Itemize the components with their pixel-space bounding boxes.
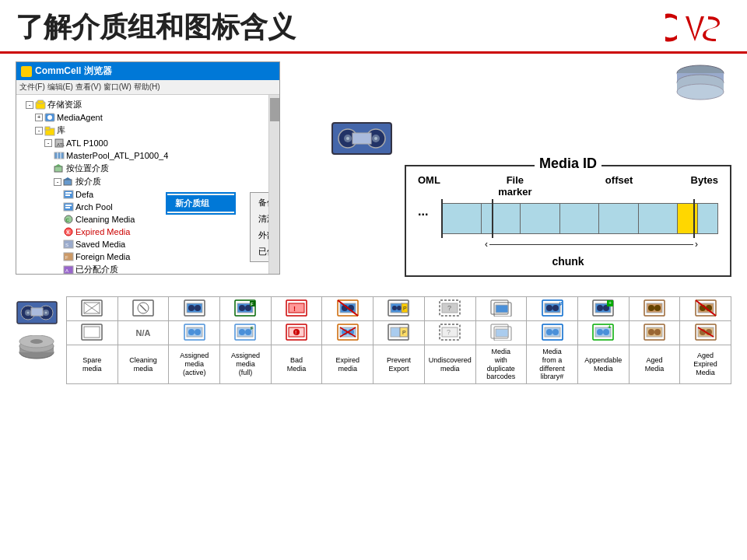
svg-point-157 [648, 329, 654, 335]
media-type-icon [63, 189, 74, 200]
tree-item[interactable]: - ATL ATL P1000 [44, 137, 265, 149]
tree-label: Cleaning Media [75, 215, 135, 224]
cleaning-icon: C [63, 214, 74, 225]
context-menu[interactable]: 新介质组 [166, 192, 236, 215]
icon-cell-appendable-2: + [577, 321, 629, 345]
svg-rect-94 [496, 305, 508, 313]
svg-rect-12 [54, 166, 62, 172]
media-id-diagram: Media ID OML Filemarker offset Bytes ... [405, 165, 731, 277]
icon-cell-diff-lib-2 [527, 321, 578, 345]
expand-icon[interactable]: - [26, 101, 33, 109]
browser-toolbar: 文件(F) 编辑(E) 查看(V) 窗口(W) 帮助(H) [16, 80, 279, 95]
svg-rect-17 [65, 192, 72, 194]
tree-label: MasterPool_ATL_P1000_4 [66, 151, 168, 160]
browser-body: - 存储资源 + MediaAgent - [16, 95, 279, 274]
icon-cell-spare-2 [67, 321, 118, 345]
tape-icon-row1 [16, 300, 58, 331]
svg-text:X: X [66, 229, 70, 235]
tree-item[interactable]: - 按介质 [54, 175, 265, 188]
icon-cell-aged-exp-2 [680, 321, 731, 345]
icon-cell-aged-expired [680, 297, 731, 321]
label-expired: Expiredmedia [322, 345, 374, 384]
label-diff-library: Mediafrom adifferentlibrary# [527, 345, 578, 384]
svg-text:!: ! [293, 305, 296, 313]
tree-item-cleaning[interactable]: C Cleaning Media [63, 213, 265, 226]
svg-point-71 [239, 305, 245, 311]
icon-cell-expired [322, 297, 374, 321]
atl-icon: ATL [54, 138, 65, 149]
svg-text:C: C [66, 218, 70, 222]
svg-text:ATL: ATL [57, 142, 65, 147]
label-undiscovered: Undiscoveredmedia [424, 345, 475, 384]
tree-label: 已分配介质 [75, 264, 118, 274]
expand-icon[interactable]: - [54, 178, 61, 186]
chunk-label: chunk [414, 255, 722, 268]
label-appendable: AppendableMedia [577, 345, 629, 384]
label-cleaning: Cleaningmedia [117, 345, 169, 384]
tree-item-saved[interactable]: S Saved Media [63, 238, 265, 250]
page-title: 了解介质组和图标含义 [16, 9, 296, 47]
svg-point-4 [47, 115, 52, 120]
svg-rect-2 [37, 100, 44, 103]
media-id-label: Media ID [535, 156, 601, 172]
right-menu-item-4[interactable]: 已保存的介质组 [251, 243, 268, 260]
saved-icon: S [63, 239, 74, 250]
diagram-labels-row: OML Filemarker offset Bytes [414, 174, 722, 199]
right-menu-item-2[interactable]: 清洁介质组 [251, 211, 268, 227]
scrollbar[interactable] [268, 95, 279, 274]
right-menu: 备件介质组 清洁介质组 外部介质组 已保存的介质组 [250, 192, 268, 262]
page-header: 了解介质组和图标含义 [0, 0, 747, 54]
svg-text:P: P [403, 306, 407, 311]
tree-item-foreign[interactable]: F Foreign Media [63, 250, 265, 263]
media-group-icon [63, 177, 74, 187]
context-menu-item[interactable]: 新介质组 [167, 195, 234, 212]
svg-point-68 [195, 305, 201, 311]
expand-icon[interactable]: - [44, 139, 52, 147]
icon-cell-prevent-2: P [374, 321, 425, 345]
svg-text:A: A [65, 268, 68, 273]
svg-point-40 [346, 137, 349, 140]
toolbar-menu: 文件(F) 编辑(E) 查看(V) 窗口(W) 帮助(H) [19, 82, 160, 91]
label-duplicate: Mediawithduplicatebarcodes [475, 345, 527, 384]
chunk-cell [521, 203, 560, 234]
icon-table: F ! [66, 296, 731, 384]
icon-row-labels: Sparemedia Cleaningmedia Assignedmedia(a… [67, 345, 731, 384]
tree-label: 按位置介质 [66, 163, 109, 174]
expand-icon[interactable]: + [35, 114, 43, 121]
svg-text:F: F [65, 255, 68, 260]
tree-item[interactable]: - 存储资源 [26, 98, 265, 111]
chunk-bar-area: ... [418, 199, 718, 238]
tree-item-assigned[interactable]: A 已分配介质 [63, 263, 265, 274]
svg-rect-18 [65, 194, 70, 196]
svg-point-148 [546, 329, 552, 335]
offset-area: ‹ › [441, 238, 718, 254]
svg-point-57 [30, 339, 43, 344]
icon-cell-aged [629, 297, 680, 321]
tree-item[interactable]: + MediaAgent [35, 111, 265, 124]
chunk-cell [482, 203, 521, 234]
icon-cell-diff-library: # [527, 297, 578, 321]
label-prevent-export: PreventExport [374, 345, 425, 384]
file-marker-line [492, 199, 493, 238]
label-aged: AgedMedia [629, 345, 680, 384]
tree-item[interactable]: - 库 [35, 124, 265, 137]
expand-icon[interactable]: - [35, 127, 43, 135]
icon-cell-dup-2 [475, 321, 527, 345]
tape-cartridge-diagram [331, 119, 393, 161]
svg-rect-44 [352, 133, 371, 144]
tree-item-expired[interactable]: X Expired Media [63, 226, 265, 238]
svg-point-119 [188, 329, 195, 335]
tree-item[interactable]: 按位置介质 [54, 162, 265, 175]
svg-rect-9 [54, 152, 64, 159]
assigned-icon: A [63, 264, 74, 275]
right-menu-item-3[interactable]: 外部介质组 [251, 227, 268, 243]
svg-point-48 [27, 312, 30, 314]
label-bad: BadMedia [271, 345, 322, 384]
library-folder-icon [44, 125, 55, 136]
svg-point-120 [195, 329, 201, 335]
tree-label: 存储资源 [47, 99, 82, 110]
scrollbar-thumb[interactable] [270, 98, 279, 121]
tree-item[interactable]: MasterPool_ATL_P1000_4 [54, 149, 265, 162]
svg-point-67 [188, 305, 195, 311]
right-menu-item-1[interactable]: 备件介质组 [251, 194, 268, 211]
